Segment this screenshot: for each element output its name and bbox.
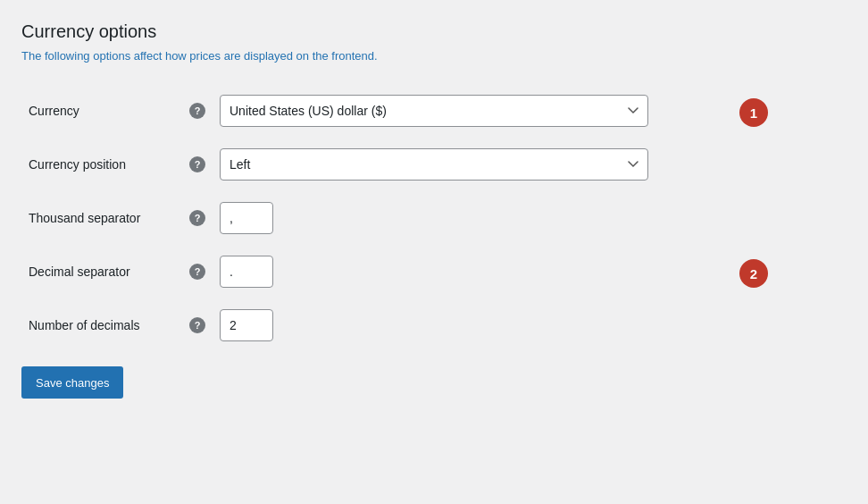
currency-position-help-icon[interactable]: ? (189, 156, 205, 172)
annotation-bubble-1: 1 (739, 98, 768, 127)
currency-field-cell: United States (US) dollar ($) Euro (€) B… (213, 84, 782, 138)
thousand-separator-help-icon[interactable]: ? (189, 210, 205, 226)
thousand-separator-row: Thousand separator ? (21, 191, 782, 245)
page-title: Currency options (21, 21, 782, 42)
decimal-separator-label: Decimal separator (21, 245, 182, 298)
number-of-decimals-label: Number of decimals (21, 298, 182, 352)
thousand-separator-input[interactable] (220, 202, 273, 234)
currency-options-panel: Currency options The following options a… (0, 0, 804, 420)
thousand-separator-help-cell: ? (182, 191, 213, 245)
currency-position-help-cell: ? (182, 138, 213, 191)
currency-position-row: Currency position ? Left Right Left with… (21, 138, 782, 191)
decimal-separator-row: Decimal separator ? (21, 245, 782, 298)
currency-help-cell: ? (182, 84, 213, 138)
currency-help-icon[interactable]: ? (189, 103, 205, 119)
annotation-bubble-2: 2 (739, 259, 768, 288)
save-changes-button[interactable]: Save changes (21, 366, 123, 399)
number-of-decimals-input[interactable] (220, 309, 273, 341)
decimal-separator-help-cell: ? (182, 245, 213, 298)
currency-row: Currency ? United States (US) dollar ($)… (21, 84, 782, 138)
number-of-decimals-row: Number of decimals ? (21, 298, 782, 352)
currency-position-label: Currency position (21, 138, 182, 191)
currency-position-field-cell: Left Right Left with space Right with sp… (213, 138, 782, 191)
decimal-separator-input[interactable] (220, 256, 273, 288)
number-of-decimals-help-cell: ? (182, 298, 213, 352)
decimal-separator-field-cell (213, 245, 782, 298)
page-description: The following options affect how prices … (21, 49, 782, 63)
currency-options-form: Currency ? United States (US) dollar ($)… (21, 84, 782, 352)
number-of-decimals-help-icon[interactable]: ? (189, 317, 205, 333)
currency-label: Currency (21, 84, 182, 138)
thousand-separator-label: Thousand separator (21, 191, 182, 245)
currency-select[interactable]: United States (US) dollar ($) Euro (€) B… (220, 95, 648, 127)
decimal-separator-help-icon[interactable]: ? (189, 264, 205, 280)
currency-position-select[interactable]: Left Right Left with space Right with sp… (220, 148, 648, 181)
thousand-separator-field-cell (213, 191, 782, 245)
number-of-decimals-field-cell (213, 298, 782, 352)
